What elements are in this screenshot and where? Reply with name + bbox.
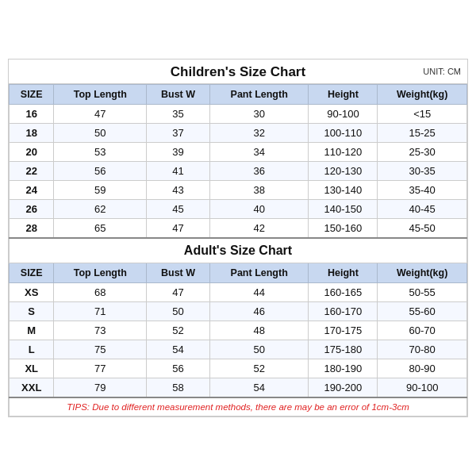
table-row: XS684744160-16550-55 bbox=[10, 283, 467, 302]
table-cell: 110-120 bbox=[309, 143, 378, 162]
table-cell: 41 bbox=[147, 162, 210, 181]
table-cell: 47 bbox=[147, 283, 210, 302]
size-chart-container: Children's Size Chart UNIT: CM SIZE Top … bbox=[8, 59, 468, 417]
table-cell: 160-165 bbox=[309, 283, 378, 302]
table-cell: 59 bbox=[54, 181, 147, 200]
children-table: SIZE Top Length Bust W Pant Length Heigh… bbox=[9, 84, 467, 416]
table-cell: 45-50 bbox=[378, 219, 467, 239]
table-cell: 26 bbox=[10, 200, 54, 219]
table-cell: 40 bbox=[209, 200, 309, 219]
table-cell: 40-45 bbox=[378, 200, 467, 219]
table-cell: 100-110 bbox=[309, 124, 378, 143]
table-cell: 54 bbox=[209, 378, 309, 398]
table-cell: 90-100 bbox=[378, 378, 467, 398]
chart-title: Children's Size Chart bbox=[15, 64, 461, 80]
table-cell: 56 bbox=[54, 162, 147, 181]
table-row: L755450175-18070-80 bbox=[10, 340, 467, 359]
table-cell: 22 bbox=[10, 162, 54, 181]
table-cell: 70-80 bbox=[378, 340, 467, 359]
table-cell: 46 bbox=[209, 302, 309, 321]
table-cell: XL bbox=[10, 359, 54, 378]
table-cell: 56 bbox=[147, 359, 210, 378]
table-cell: 30 bbox=[209, 105, 309, 124]
adults-header-cell: Bust W bbox=[147, 263, 210, 283]
children-col-weight: Weight(kg) bbox=[378, 85, 467, 105]
table-cell: 48 bbox=[209, 321, 309, 340]
table-cell: 90-100 bbox=[309, 105, 378, 124]
table-row: M735248170-17560-70 bbox=[10, 321, 467, 340]
table-cell: M bbox=[10, 321, 54, 340]
children-col-toplength: Top Length bbox=[54, 85, 147, 105]
children-header-row: SIZE Top Length Bust W Pant Length Heigh… bbox=[10, 85, 467, 105]
table-row: XL775652180-19080-90 bbox=[10, 359, 467, 378]
table-cell: 140-150 bbox=[309, 200, 378, 219]
adults-header-cell: Weight(kg) bbox=[378, 263, 467, 283]
tips-section: TIPS: Due to different measurement metho… bbox=[10, 397, 467, 416]
table-row: 26624540140-15040-45 bbox=[10, 200, 467, 219]
adults-header-cell: SIZE bbox=[10, 263, 54, 283]
table-cell: 160-170 bbox=[309, 302, 378, 321]
table-cell: 37 bbox=[147, 124, 210, 143]
adults-title-cell: Adult's Size Chart bbox=[10, 238, 467, 263]
table-cell: 30-35 bbox=[378, 162, 467, 181]
table-cell: 25-30 bbox=[378, 143, 467, 162]
table-cell: 15-25 bbox=[378, 124, 467, 143]
table-row: 20533934110-12025-30 bbox=[10, 143, 467, 162]
table-cell: 71 bbox=[54, 302, 147, 321]
table-cell: 73 bbox=[54, 321, 147, 340]
table-cell: 150-160 bbox=[309, 219, 378, 239]
title-row: Children's Size Chart UNIT: CM bbox=[9, 60, 467, 84]
table-cell: 24 bbox=[10, 181, 54, 200]
table-cell: 18 bbox=[10, 124, 54, 143]
table-cell: 53 bbox=[54, 143, 147, 162]
table-cell: 28 bbox=[10, 219, 54, 239]
children-body: 1647353090-100<1518503732100-11015-25205… bbox=[10, 105, 467, 239]
table-row: 1647353090-100<15 bbox=[10, 105, 467, 124]
table-cell: S bbox=[10, 302, 54, 321]
table-cell: 20 bbox=[10, 143, 54, 162]
table-cell: 50-55 bbox=[378, 283, 467, 302]
table-cell: 45 bbox=[147, 200, 210, 219]
table-cell: 170-175 bbox=[309, 321, 378, 340]
table-row: 18503732100-11015-25 bbox=[10, 124, 467, 143]
table-cell: 50 bbox=[209, 340, 309, 359]
table-cell: 62 bbox=[54, 200, 147, 219]
adults-body: XS684744160-16550-55S715046160-17055-60M… bbox=[10, 283, 467, 398]
table-cell: 44 bbox=[209, 283, 309, 302]
table-cell: 34 bbox=[209, 143, 309, 162]
table-cell: L bbox=[10, 340, 54, 359]
table-cell: 80-90 bbox=[378, 359, 467, 378]
table-row: 24594338130-14035-40 bbox=[10, 181, 467, 200]
children-col-bustw: Bust W bbox=[147, 85, 210, 105]
table-cell: 130-140 bbox=[309, 181, 378, 200]
table-cell: 43 bbox=[147, 181, 210, 200]
adults-section: Adult's Size Chart SIZETop LengthBust WP… bbox=[10, 238, 467, 283]
table-row: 28654742150-16045-50 bbox=[10, 219, 467, 239]
table-cell: 32 bbox=[209, 124, 309, 143]
adults-title-row: Adult's Size Chart bbox=[10, 238, 467, 263]
table-cell: XXL bbox=[10, 378, 54, 398]
unit-label: UNIT: CM bbox=[423, 67, 461, 76]
tips-row: TIPS: Due to different measurement metho… bbox=[10, 397, 467, 416]
table-cell: 79 bbox=[54, 378, 147, 398]
adults-header-cell: Pant Length bbox=[209, 263, 309, 283]
table-row: 22564136120-13030-35 bbox=[10, 162, 467, 181]
table-cell: 52 bbox=[209, 359, 309, 378]
children-col-size: SIZE bbox=[10, 85, 54, 105]
table-cell: 35-40 bbox=[378, 181, 467, 200]
table-cell: 42 bbox=[209, 219, 309, 239]
table-cell: <15 bbox=[378, 105, 467, 124]
table-cell: 77 bbox=[54, 359, 147, 378]
children-col-height: Height bbox=[309, 85, 378, 105]
table-cell: 68 bbox=[54, 283, 147, 302]
table-cell: 75 bbox=[54, 340, 147, 359]
table-cell: 65 bbox=[54, 219, 147, 239]
table-cell: 16 bbox=[10, 105, 54, 124]
table-cell: 60-70 bbox=[378, 321, 467, 340]
table-row: XXL795854190-20090-100 bbox=[10, 378, 467, 398]
table-cell: 35 bbox=[147, 105, 210, 124]
table-cell: 55-60 bbox=[378, 302, 467, 321]
table-row: S715046160-17055-60 bbox=[10, 302, 467, 321]
table-cell: XS bbox=[10, 283, 54, 302]
table-cell: 54 bbox=[147, 340, 210, 359]
